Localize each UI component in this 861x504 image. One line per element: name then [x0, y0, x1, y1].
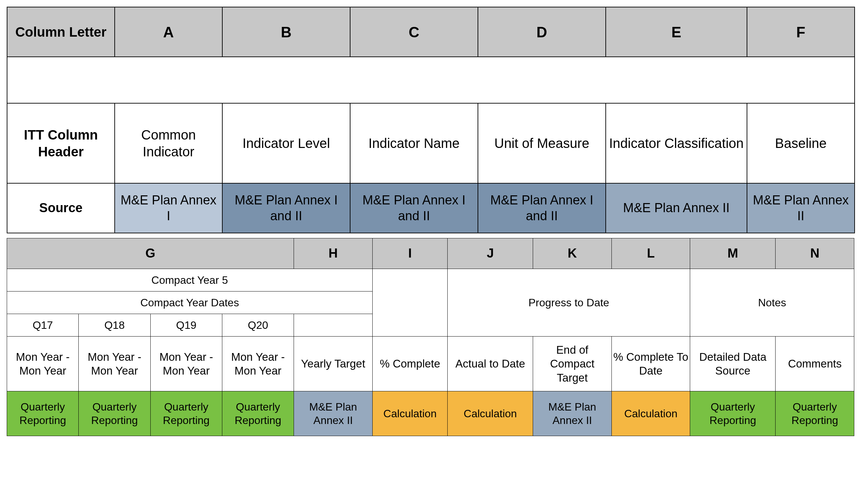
j-name: Actual to Date	[448, 337, 533, 391]
col-letter-c: C	[350, 7, 478, 57]
bottom-table: G H I J K L M N Compact Year 5 Progress …	[7, 238, 854, 436]
src-g1: Quarterly Reporting	[7, 391, 79, 436]
col-letter-i: I	[372, 238, 447, 269]
header-c: Indicator Name	[350, 103, 478, 183]
header-d: Unit of Measure	[478, 103, 606, 183]
compact-year-5: Compact Year 5	[7, 269, 373, 292]
col-letter-j: J	[448, 238, 533, 269]
src-g2: Quarterly Reporting	[79, 391, 150, 436]
col-letter-k: K	[533, 238, 612, 269]
label-column-letter: Column Letter	[7, 7, 115, 57]
l-name: % Complete To Date	[612, 337, 690, 391]
src-k: M&E Plan Annex II	[533, 391, 612, 436]
col-letter-m: M	[690, 238, 776, 269]
g4-name: Mon Year - Mon Year	[222, 337, 293, 391]
col-letter-l: L	[612, 238, 690, 269]
src-j: Calculation	[448, 391, 533, 436]
g3-name: Mon Year - Mon Year	[150, 337, 222, 391]
src-g4: Quarterly Reporting	[222, 391, 293, 436]
q17: Q17	[7, 314, 79, 337]
col-letter-g: G	[7, 238, 294, 269]
bottom-letter-row: G H I J K L M N	[7, 238, 854, 269]
q18: Q18	[79, 314, 150, 337]
document-root: Column Letter A B C D E F ITT Column Hea…	[7, 7, 854, 436]
label-source: Source	[7, 183, 115, 233]
top-source-row: Source M&E Plan Annex I M&E Plan Annex I…	[7, 183, 855, 233]
n-name: Comments	[776, 337, 854, 391]
notes: Notes	[690, 269, 854, 337]
src-i: Calculation	[372, 391, 447, 436]
g2-name: Mon Year - Mon Year	[79, 337, 150, 391]
src-h: M&E Plan Annex II	[294, 391, 373, 436]
header-a: Common Indicator	[115, 103, 222, 183]
src-n: Quarterly Reporting	[776, 391, 854, 436]
source-a: M&E Plan Annex I	[115, 183, 222, 233]
col-letter-f: F	[747, 7, 855, 57]
bottom-source-row: Quarterly Reporting Quarterly Reporting …	[7, 391, 854, 436]
src-l: Calculation	[612, 391, 690, 436]
col-letter-a: A	[115, 7, 222, 57]
h-name: Yearly Target	[294, 337, 373, 391]
top-header-row: ITT Column Header Common Indicator Indic…	[7, 103, 855, 183]
header-e: Indicator Classification	[606, 103, 747, 183]
col-letter-h: H	[294, 238, 373, 269]
q19: Q19	[150, 314, 222, 337]
col-letter-n: N	[776, 238, 854, 269]
bottom-subrow-1: Compact Year 5 Progress to Date Notes	[7, 269, 854, 292]
k-name: End of Compact Target	[533, 337, 612, 391]
col-letter-e: E	[606, 7, 747, 57]
source-d: M&E Plan Annex I and II	[478, 183, 606, 233]
source-b: M&E Plan Annex I and II	[222, 183, 350, 233]
top-blank-row	[7, 57, 855, 103]
g1-name: Mon Year - Mon Year	[7, 337, 79, 391]
src-g3: Quarterly Reporting	[150, 391, 222, 436]
header-f: Baseline	[747, 103, 855, 183]
src-m: Quarterly Reporting	[690, 391, 776, 436]
source-e: M&E Plan Annex II	[606, 183, 747, 233]
m-name: Detailed Data Source	[690, 337, 776, 391]
progress-to-date: Progress to Date	[448, 269, 690, 337]
label-itt-column-header: ITT Column Header	[7, 103, 115, 183]
blank-cell	[7, 57, 855, 103]
source-f: M&E Plan Annex II	[747, 183, 855, 233]
blank-h	[294, 314, 373, 337]
col-letter-d: D	[478, 7, 606, 57]
header-b: Indicator Level	[222, 103, 350, 183]
blank-i	[372, 269, 447, 337]
i-name: % Complete	[372, 337, 447, 391]
top-table: Column Letter A B C D E F ITT Column Hea…	[7, 7, 855, 233]
top-letter-row: Column Letter A B C D E F	[7, 7, 855, 57]
col-letter-b: B	[222, 7, 350, 57]
source-c: M&E Plan Annex I and II	[350, 183, 478, 233]
bottom-names-row: Mon Year - Mon Year Mon Year - Mon Year …	[7, 337, 854, 391]
compact-year-dates: Compact Year Dates	[7, 292, 373, 314]
q20: Q20	[222, 314, 293, 337]
